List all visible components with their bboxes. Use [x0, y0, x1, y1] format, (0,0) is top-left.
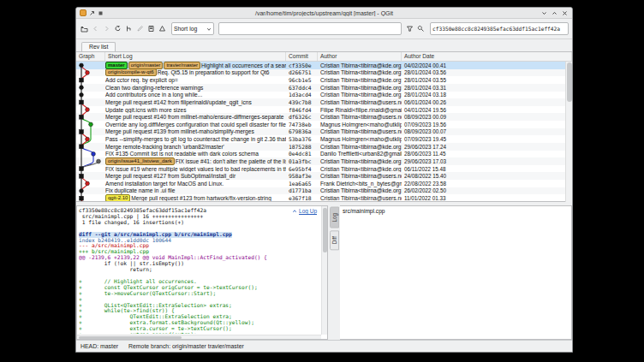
revlist-row[interactable]: Update qgit.icns with more sizesf846fd4F… — [76, 106, 572, 114]
diff-pane[interactable]: cf3350e88cc8c8249385efac63ddf15ac1eff42a… — [76, 205, 328, 340]
commit-date: 06/11/2022 15.48 — [402, 165, 572, 173]
commit-date: 29/06/2023 17.03 — [402, 157, 572, 165]
revlist-row[interactable]: Add contributors once in a long while...… — [76, 92, 572, 99]
scrollbar-thumb[interactable] — [567, 62, 572, 102]
pin-icon[interactable] — [89, 10, 95, 16]
close-icon[interactable] — [562, 10, 568, 16]
log-up-link[interactable]: Log Up — [292, 208, 317, 214]
graph-cell — [76, 76, 105, 84]
commit-author: Cristian Tibirna<tibirna@kde.org> — [318, 69, 402, 77]
graph-cell — [76, 180, 105, 187]
tree-icon[interactable] — [124, 23, 134, 35]
revlist-row[interactable]: Merge remote-tracking branch 'urban82/ma… — [76, 143, 572, 151]
maximize-icon[interactable] — [552, 10, 558, 16]
file-list-pane[interactable]: src/mainimpl.cpp — [340, 205, 572, 340]
column-header-commit[interactable]: Commit — [286, 52, 318, 61]
revlist-row[interactable]: Merge pull request #139 from millnet-mah… — [76, 128, 572, 136]
edit-icon[interactable] — [135, 23, 145, 35]
diff-vscrollbar[interactable] — [321, 206, 327, 335]
revlist-row[interactable]: Amend installation target for MacOS and … — [76, 180, 572, 187]
column-header-short-log[interactable]: Short Log — [105, 52, 286, 61]
filter-input[interactable] — [218, 22, 402, 35]
commit-subject: Req. Qt5.15 in preparation to support fo… — [158, 69, 270, 75]
filter-funnel-icon[interactable] — [405, 23, 414, 35]
revlist-row[interactable]: qgit-2.10Merge pull request #123 from ha… — [76, 194, 572, 201]
revlist-row[interactable]: FIX issue #19 where multiple widget valu… — [76, 165, 572, 173]
graph-cell — [76, 157, 105, 165]
status-remote: Remote branch: origin/master travier/mas… — [128, 343, 244, 349]
commit-date: 28/01/2024 03.31 — [402, 84, 572, 92]
commit-subject: Update qgit.icns with more sizes — [105, 107, 187, 113]
column-header-graph[interactable]: Graph — [76, 52, 105, 61]
file-list-item[interactable]: src/mainimpl.cpp — [343, 208, 569, 214]
commit-author: Cristian Tibirna<tibirna@kde.org> — [318, 157, 402, 165]
log-up-label[interactable]: Log Up — [299, 208, 317, 214]
revlist-row[interactable]: Merge pull request #142 from filiperinal… — [76, 98, 572, 106]
tab-rev-list[interactable]: Rev list — [81, 42, 116, 51]
tab-diff[interactable]: Diff — [330, 230, 339, 250]
commit-subject: Override any log.diffMerges configuratio… — [105, 122, 286, 128]
scrollbar-thumb[interactable] — [79, 336, 182, 339]
diff-line: 1 file changed, 16 insertions(+) — [79, 220, 320, 226]
revlist-row[interactable]: Fix duplicate name in .ui filed1771baCri… — [76, 187, 572, 195]
reload-icon[interactable] — [113, 23, 122, 35]
commit-date: 04/01/2024 19.56 — [402, 106, 572, 114]
graph-cell — [76, 84, 105, 92]
shortlog-cell: Update qgit.icns with more sizes — [105, 106, 286, 114]
revlist-row[interactable]: Add cctor req. by explicit op=96cb1e5Cri… — [76, 76, 572, 84]
commit-date: 24/08/2022 15.40 — [402, 172, 572, 180]
shortlog-cell: Merge pull request #140 from millnet-mah… — [105, 113, 286, 121]
magnifier-icon[interactable] — [416, 23, 426, 35]
commit-hash: 637ddc4 — [286, 84, 318, 92]
revlist-row[interactable]: origin/issue41_listview_darkFIX issue #4… — [76, 157, 572, 165]
status-head: HEAD: master — [80, 343, 118, 349]
scrollbar-thumb[interactable] — [323, 208, 327, 252]
commit-date: 28/01/2024 03.55 — [402, 76, 572, 84]
revlist-row[interactable]: Clean two dangling-reference warnings637… — [76, 84, 572, 92]
commit-subject: Clean two dangling-reference warnings — [105, 85, 203, 91]
diff-hscrollbar[interactable] — [77, 335, 321, 339]
commit-date: 08/09/2023 00.09 — [402, 113, 572, 121]
revlist-row[interactable]: Pass --simplify-merges to git log to cou… — [76, 135, 572, 143]
commit-subject: Highlight all occurrences of a search te… — [201, 62, 286, 68]
revlist-row[interactable]: origin/compile-w-qt6Req. Qt5.15 in prepa… — [76, 69, 572, 77]
commit-hash: 1875288 — [286, 143, 318, 151]
forward-icon[interactable] — [102, 23, 111, 35]
commit-author: Cristian Tibirna<tibirna@users.nor... — [318, 172, 402, 180]
column-header-author-date[interactable]: Author Date — [402, 52, 572, 61]
rev-list-scrollbar[interactable] — [565, 62, 572, 202]
view-mode-select[interactable]: Short log — [171, 22, 214, 35]
tab-log[interactable]: Log — [330, 207, 339, 228]
tab-bar: Rev list — [76, 39, 572, 51]
revlist-row[interactable]: Merge pull request #140 from millnet-mah… — [76, 113, 572, 121]
revlist-row[interactable]: Override any log.diffMerges configuratio… — [76, 121, 572, 128]
menu-icon[interactable] — [98, 10, 104, 16]
commit-hash: d1771ba — [286, 187, 318, 195]
commit-hash: 1d3acd4 — [286, 92, 318, 99]
main-toolbar: Short log — [76, 19, 572, 39]
commit-subject: Merge pull request #142 from filiperinal… — [105, 99, 252, 105]
titlebar[interactable]: /var/home/tim/projects/upstream/qgit [ma… — [76, 8, 572, 19]
commit-subject: FIX #135 Commit list is not readable wit… — [105, 151, 259, 157]
column-header-author[interactable]: Author — [318, 52, 402, 61]
shortlog-cell: Pass --simplify-merges to git log to cou… — [105, 135, 286, 143]
back-icon[interactable] — [91, 23, 100, 35]
commit-hash: 0e4dc81 — [286, 151, 318, 158]
revlist-row[interactable]: masterorigin/mastertravier/masterHighlig… — [76, 62, 572, 69]
revlist-row[interactable]: Merge pull request #127 from SubOptimal/… — [76, 172, 572, 180]
patch-icon[interactable] — [146, 23, 156, 35]
ref-badge-tag: qgit-2.10 — [105, 194, 130, 201]
warning-icon[interactable] — [158, 23, 167, 35]
graph-cell — [76, 151, 105, 158]
sha-input[interactable] — [430, 22, 569, 35]
commit-author: Cristian Tibirna<tibirna@users.nor... — [318, 194, 402, 201]
revlist-row[interactable]: FIX #135 Commit list is not readable wit… — [76, 151, 572, 158]
ref-badge-branch: origin/issue41_listview_dark — [105, 157, 175, 165]
minimize-icon[interactable] — [541, 10, 547, 16]
open-folder-icon[interactable] — [80, 23, 89, 35]
commit-subject: Merge remote-tracking branch 'urban82/ma… — [105, 144, 224, 150]
commit-subject: Merge pull request #123 from hartwork/fi… — [131, 195, 271, 201]
commit-subject: Add contributors once in a long while... — [105, 92, 202, 98]
commit-date: 26/02/2022 02.50 — [402, 187, 572, 195]
commit-subject: Fix duplicate name in .ui file — [105, 187, 175, 193]
